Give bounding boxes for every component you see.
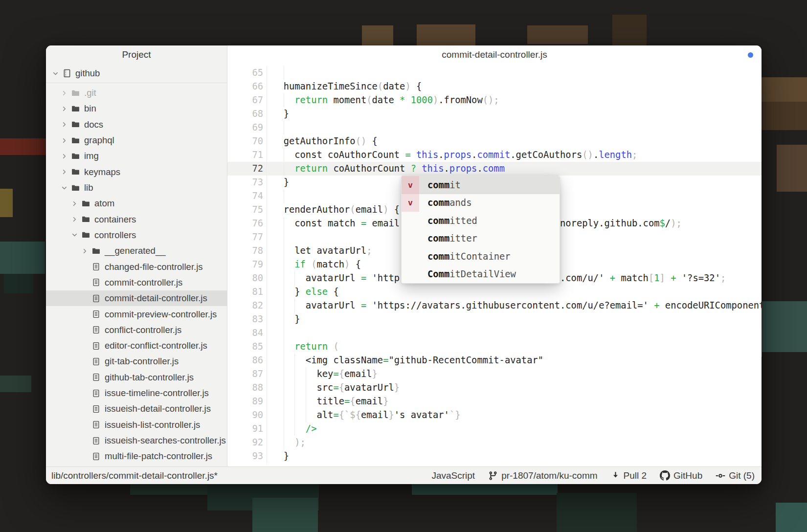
chevron-right-icon[interactable] bbox=[71, 216, 82, 223]
autocomplete-item-commitcontainer[interactable]: commitContainer bbox=[402, 247, 560, 266]
code-line-86[interactable]: 86 <img className="github-RecentCommit-a… bbox=[227, 354, 762, 367]
folder-icon bbox=[92, 246, 103, 255]
tree-item-changed-file-controller-js[interactable]: changed-file-controller.js bbox=[46, 259, 227, 274]
file-icon bbox=[92, 436, 103, 445]
tree-item-issueish-detail-controller-js[interactable]: issueish-detail-controller.js bbox=[46, 401, 227, 417]
code-line-65[interactable]: 65 bbox=[227, 66, 762, 80]
tree-item--git[interactable]: .git bbox=[46, 85, 227, 101]
chevron-down-icon[interactable] bbox=[61, 184, 71, 192]
background-shape bbox=[776, 503, 807, 532]
indent-guide bbox=[284, 230, 284, 244]
folder-icon bbox=[71, 104, 82, 113]
background-shape bbox=[527, 25, 588, 44]
chevron-right-icon[interactable] bbox=[61, 89, 71, 97]
tree-item-atom[interactable]: atom bbox=[46, 196, 227, 211]
indent-guide bbox=[284, 395, 284, 408]
tree-item-editor-conflict-controller-js[interactable]: editor-conflict-controller.js bbox=[46, 338, 227, 354]
tree-item-label: lib bbox=[84, 182, 93, 193]
indent-guide bbox=[294, 367, 295, 381]
tree-item-issueish-searches-controller-js[interactable]: issueish-searches-controller.js bbox=[46, 433, 227, 448]
tree-item-lib[interactable]: lib bbox=[46, 180, 227, 196]
window-main: Project github .gitbindocsgraphqlimgkeym… bbox=[46, 45, 762, 466]
code-line-88[interactable]: 88 src={avatarUrl} bbox=[227, 381, 762, 395]
chevron-down-icon[interactable] bbox=[52, 69, 63, 77]
code-line-84[interactable]: 84 bbox=[227, 326, 762, 340]
indent-guide bbox=[284, 217, 284, 230]
indent-guide bbox=[284, 66, 284, 80]
code-line-93[interactable]: 93 } bbox=[227, 449, 762, 463]
tree-item-commit-detail-controller-js[interactable]: commit-detail-controller.js bbox=[46, 290, 227, 306]
code-line-70[interactable]: 70 getAuthorInfo() { bbox=[227, 134, 762, 148]
indent-guide bbox=[306, 408, 306, 422]
code-line-69[interactable]: 69 bbox=[227, 121, 762, 134]
status-bar: lib/controllers/commit-detail-controller… bbox=[46, 466, 762, 484]
tree-item-label: issueish-list-controller.js bbox=[105, 420, 200, 430]
code-line-71[interactable]: 71 const coAuthorCount = this.props.comm… bbox=[227, 148, 762, 162]
code-line-68[interactable]: 68 } bbox=[227, 107, 762, 121]
tree-item-commit-preview-controller-js[interactable]: commit-preview-controller.js bbox=[46, 306, 227, 322]
tree-item-bin[interactable]: bin bbox=[46, 101, 227, 116]
chevron-right-icon[interactable] bbox=[61, 121, 71, 129]
empty-badge bbox=[402, 212, 419, 230]
status-item-pr-1807-atom-ku-comm[interactable]: pr-1807/atom/ku-comm bbox=[488, 470, 597, 481]
code-line-72[interactable]: 72 return coAuthorCount ? this.props.com… bbox=[227, 162, 762, 176]
tree-item-github-tab-controller-js[interactable]: github-tab-controller.js bbox=[46, 370, 227, 385]
status-item-pull-2[interactable]: Pull 2 bbox=[611, 470, 647, 481]
chevron-down-icon[interactable] bbox=[71, 231, 82, 239]
tree-item-controllers[interactable]: controllers bbox=[46, 227, 227, 243]
variable-type-badge: v bbox=[402, 194, 419, 212]
code-line-87[interactable]: 87 key={email} bbox=[227, 367, 762, 381]
autocomplete-item-committed[interactable]: committed bbox=[402, 212, 560, 230]
chevron-right-icon[interactable] bbox=[61, 105, 71, 112]
tree-item-commit-controller-js[interactable]: commit-controller.js bbox=[46, 275, 227, 290]
tree-item-multi-file-patch-controller-js[interactable]: multi-file-patch-controller.js bbox=[46, 448, 227, 464]
editor-titlebar: commit-detail-controller.js bbox=[227, 45, 762, 64]
line-number: 79 bbox=[227, 258, 267, 271]
tree-item--generated-[interactable]: __generated__ bbox=[46, 243, 227, 259]
autocomplete-item-commitdetailview[interactable]: CommitDetailView bbox=[402, 266, 560, 284]
line-number: 70 bbox=[227, 134, 267, 148]
tree-item-issue-timeline-controller-js[interactable]: issue-timeline-controller.js bbox=[46, 385, 227, 401]
status-item-github[interactable]: GitHub bbox=[660, 470, 702, 481]
code-line-81[interactable]: 81 } else { bbox=[227, 285, 762, 299]
chevron-right-icon[interactable] bbox=[61, 136, 71, 144]
tree-item-label: commit-detail-controller.js bbox=[105, 293, 207, 304]
tree-item-img[interactable]: img bbox=[46, 148, 227, 164]
github-icon bbox=[660, 470, 670, 481]
code-line-content bbox=[267, 66, 762, 80]
chevron-right-icon[interactable] bbox=[61, 152, 71, 160]
line-number: 84 bbox=[227, 326, 267, 340]
tree-item-conflict-controller-js[interactable]: conflict-controller.js bbox=[46, 322, 227, 338]
line-number: 68 bbox=[227, 107, 267, 121]
chevron-right-icon[interactable] bbox=[61, 168, 71, 176]
autocomplete-item-label: commands bbox=[419, 194, 471, 212]
status-item-git-5-[interactable]: Git (5) bbox=[716, 470, 755, 481]
code-line-90[interactable]: 90 alt={`${email}'s avatar'`} bbox=[227, 408, 762, 422]
autocomplete-item-commit[interactable]: vcommit bbox=[402, 176, 560, 194]
background-shape bbox=[0, 189, 13, 217]
tree-item-docs[interactable]: docs bbox=[46, 117, 227, 133]
line-number: 88 bbox=[227, 381, 267, 395]
status-item-label: GitHub bbox=[673, 470, 702, 481]
tree-root-label: github bbox=[75, 68, 100, 79]
code-line-85[interactable]: 85 return ( bbox=[227, 340, 762, 354]
code-line-92[interactable]: 92 ); bbox=[227, 436, 762, 449]
code-line-89[interactable]: 89 title={email} bbox=[227, 395, 762, 408]
tree-item-git-tab-controller-js[interactable]: git-tab-controller.js bbox=[46, 354, 227, 369]
project-sidebar: Project github .gitbindocsgraphqlimgkeym… bbox=[46, 45, 227, 466]
code-line-91[interactable]: 91 /> bbox=[227, 422, 762, 436]
autocomplete-item-commands[interactable]: vcommands bbox=[402, 194, 560, 212]
code-line-66[interactable]: 66 humanizeTimeSince(date) { bbox=[227, 80, 762, 93]
tree-item-keymaps[interactable]: keymaps bbox=[46, 164, 227, 180]
tree-root-row[interactable]: github bbox=[46, 64, 227, 83]
chevron-right-icon[interactable] bbox=[71, 200, 82, 207]
autocomplete-item-committer[interactable]: committer bbox=[402, 230, 560, 248]
tree-item-containers[interactable]: containers bbox=[46, 212, 227, 227]
status-item-javascript[interactable]: JavaScript bbox=[431, 470, 475, 481]
tree-item-issueish-list-controller-js[interactable]: issueish-list-controller.js bbox=[46, 417, 227, 433]
code-line-83[interactable]: 83 } bbox=[227, 312, 762, 326]
code-line-82[interactable]: 82 avatarUrl = 'https://avatars.githubus… bbox=[227, 299, 762, 312]
chevron-right-icon[interactable] bbox=[81, 247, 92, 255]
code-line-67[interactable]: 67 return moment(date * 1000).fromNow(); bbox=[227, 93, 762, 107]
tree-item-graphql[interactable]: graphql bbox=[46, 133, 227, 148]
